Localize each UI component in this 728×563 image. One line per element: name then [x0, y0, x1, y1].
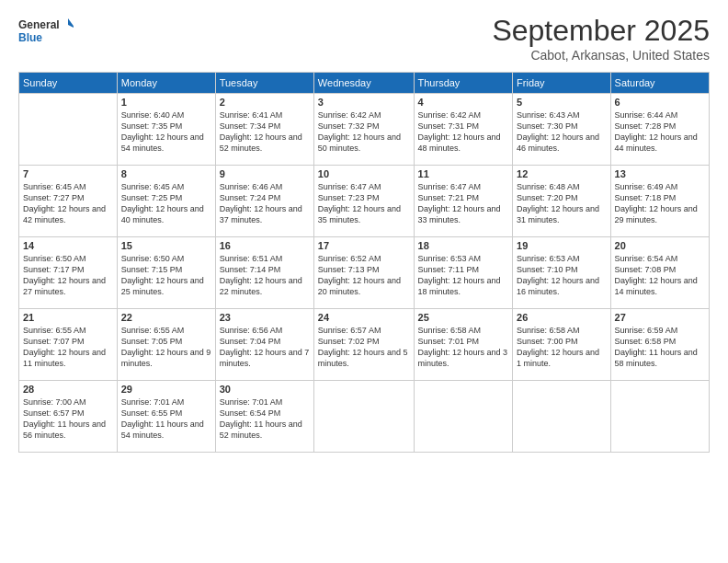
calendar-cell	[414, 381, 513, 453]
cell-content: Sunrise: 6:42 AMSunset: 7:32 PMDaylight:…	[318, 110, 401, 153]
cell-content: Sunrise: 7:00 AMSunset: 6:57 PMDaylight:…	[23, 397, 106, 440]
cell-content: Sunrise: 6:56 AMSunset: 7:04 PMDaylight:…	[220, 326, 310, 368]
cell-content: Sunrise: 6:57 AMSunset: 7:02 PMDaylight:…	[318, 326, 408, 368]
day-number: 2	[220, 97, 310, 108]
calendar-cell: 24 Sunrise: 6:57 AMSunset: 7:02 PMDaylig…	[313, 309, 414, 381]
calendar-cell: 10 Sunrise: 6:47 AMSunset: 7:23 PMDaylig…	[313, 166, 414, 237]
day-number: 14	[23, 240, 113, 251]
cell-content: Sunrise: 6:42 AMSunset: 7:31 PMDaylight:…	[418, 110, 501, 153]
cell-content: Sunrise: 6:53 AMSunset: 7:10 PMDaylight:…	[517, 254, 599, 296]
day-number: 11	[418, 168, 509, 179]
logo: General Blue	[18, 14, 74, 51]
day-number: 19	[517, 240, 607, 251]
col-monday: Monday	[117, 73, 215, 94]
svg-text:General: General	[18, 18, 60, 31]
day-number: 13	[615, 168, 705, 179]
cell-content: Sunrise: 6:47 AMSunset: 7:21 PMDaylight:…	[418, 182, 501, 224]
calendar-cell: 1 Sunrise: 6:40 AMSunset: 7:35 PMDayligh…	[117, 94, 215, 166]
day-number: 25	[418, 312, 509, 323]
calendar-cell: 30 Sunrise: 7:01 AMSunset: 6:54 PMDaylig…	[215, 381, 313, 453]
calendar-cell: 21 Sunrise: 6:55 AMSunset: 7:07 PMDaylig…	[19, 309, 118, 381]
title-block: September 2025 Cabot, Arkansas, United S…	[492, 14, 710, 63]
col-sunday: Sunday	[19, 73, 118, 94]
location-subtitle: Cabot, Arkansas, United States	[492, 48, 710, 63]
calendar-week-row: 1 Sunrise: 6:40 AMSunset: 7:35 PMDayligh…	[19, 94, 710, 166]
calendar-cell: 7 Sunrise: 6:45 AMSunset: 7:27 PMDayligh…	[19, 166, 118, 237]
day-number: 16	[220, 240, 310, 251]
cell-content: Sunrise: 6:47 AMSunset: 7:23 PMDaylight:…	[318, 182, 401, 224]
cell-content: Sunrise: 6:44 AMSunset: 7:28 PMDaylight:…	[615, 110, 698, 153]
calendar-cell: 14 Sunrise: 6:50 AMSunset: 7:17 PMDaylig…	[19, 237, 118, 309]
calendar-cell	[513, 381, 611, 453]
col-thursday: Thursday	[414, 73, 513, 94]
calendar-cell: 25 Sunrise: 6:58 AMSunset: 7:01 PMDaylig…	[414, 309, 513, 381]
calendar-cell: 22 Sunrise: 6:55 AMSunset: 7:05 PMDaylig…	[117, 309, 215, 381]
day-number: 24	[318, 312, 410, 323]
calendar-cell: 18 Sunrise: 6:53 AMSunset: 7:11 PMDaylig…	[414, 237, 513, 309]
calendar-cell: 11 Sunrise: 6:47 AMSunset: 7:21 PMDaylig…	[414, 166, 513, 237]
calendar-cell: 16 Sunrise: 6:51 AMSunset: 7:14 PMDaylig…	[215, 237, 313, 309]
svg-marker-2	[68, 18, 74, 29]
calendar-cell	[610, 381, 709, 453]
cell-content: Sunrise: 6:55 AMSunset: 7:05 PMDaylight:…	[121, 326, 211, 368]
day-number: 3	[318, 97, 410, 108]
page: General Blue September 2025 Cabot, Arkan…	[0, 0, 728, 563]
day-number: 4	[418, 97, 509, 108]
day-number: 22	[121, 312, 211, 323]
calendar-header-row: Sunday Monday Tuesday Wednesday Thursday…	[19, 73, 710, 94]
col-saturday: Saturday	[610, 73, 709, 94]
calendar-cell: 8 Sunrise: 6:45 AMSunset: 7:25 PMDayligh…	[117, 166, 215, 237]
calendar-week-row: 28 Sunrise: 7:00 AMSunset: 6:57 PMDaylig…	[19, 381, 710, 453]
day-number: 28	[23, 384, 113, 395]
calendar-cell: 3 Sunrise: 6:42 AMSunset: 7:32 PMDayligh…	[313, 94, 414, 166]
calendar-cell: 5 Sunrise: 6:43 AMSunset: 7:30 PMDayligh…	[513, 94, 611, 166]
day-number: 10	[318, 168, 410, 179]
day-number: 1	[121, 97, 211, 108]
day-number: 21	[23, 312, 113, 323]
calendar-cell: 19 Sunrise: 6:53 AMSunset: 7:10 PMDaylig…	[513, 237, 611, 309]
calendar-cell: 4 Sunrise: 6:42 AMSunset: 7:31 PMDayligh…	[414, 94, 513, 166]
cell-content: Sunrise: 6:43 AMSunset: 7:30 PMDaylight:…	[517, 110, 599, 153]
day-number: 17	[318, 240, 410, 251]
calendar-week-row: 14 Sunrise: 6:50 AMSunset: 7:17 PMDaylig…	[19, 237, 710, 309]
svg-text:Blue: Blue	[18, 31, 42, 44]
month-title: September 2025	[492, 14, 710, 48]
day-number: 6	[615, 97, 705, 108]
day-number: 15	[121, 240, 211, 251]
cell-content: Sunrise: 6:58 AMSunset: 7:00 PMDaylight:…	[517, 326, 599, 368]
day-number: 18	[418, 240, 509, 251]
calendar-table: Sunday Monday Tuesday Wednesday Thursday…	[18, 72, 710, 453]
cell-content: Sunrise: 6:46 AMSunset: 7:24 PMDaylight:…	[220, 182, 302, 224]
cell-content: Sunrise: 6:41 AMSunset: 7:34 PMDaylight:…	[220, 110, 302, 153]
day-number: 5	[517, 97, 607, 108]
calendar-body: 1 Sunrise: 6:40 AMSunset: 7:35 PMDayligh…	[19, 94, 710, 453]
day-number: 23	[220, 312, 310, 323]
cell-content: Sunrise: 6:53 AMSunset: 7:11 PMDaylight:…	[418, 254, 501, 296]
cell-content: Sunrise: 6:51 AMSunset: 7:14 PMDaylight:…	[220, 254, 302, 296]
cell-content: Sunrise: 6:48 AMSunset: 7:20 PMDaylight:…	[517, 182, 599, 224]
calendar-week-row: 21 Sunrise: 6:55 AMSunset: 7:07 PMDaylig…	[19, 309, 710, 381]
cell-content: Sunrise: 7:01 AMSunset: 6:54 PMDaylight:…	[220, 397, 302, 440]
cell-content: Sunrise: 6:59 AMSunset: 6:58 PMDaylight:…	[615, 326, 698, 368]
calendar-cell: 29 Sunrise: 7:01 AMSunset: 6:55 PMDaylig…	[117, 381, 215, 453]
col-tuesday: Tuesday	[215, 73, 313, 94]
header: General Blue September 2025 Cabot, Arkan…	[18, 14, 710, 63]
calendar-cell	[19, 94, 118, 166]
calendar-week-row: 7 Sunrise: 6:45 AMSunset: 7:27 PMDayligh…	[19, 166, 710, 237]
day-number: 30	[220, 384, 310, 395]
col-friday: Friday	[513, 73, 611, 94]
calendar-cell: 6 Sunrise: 6:44 AMSunset: 7:28 PMDayligh…	[610, 94, 709, 166]
calendar-cell	[313, 381, 414, 453]
cell-content: Sunrise: 6:50 AMSunset: 7:15 PMDaylight:…	[121, 254, 204, 296]
cell-content: Sunrise: 7:01 AMSunset: 6:55 PMDaylight:…	[121, 397, 204, 440]
cell-content: Sunrise: 6:52 AMSunset: 7:13 PMDaylight:…	[318, 254, 401, 296]
calendar-cell: 17 Sunrise: 6:52 AMSunset: 7:13 PMDaylig…	[313, 237, 414, 309]
day-number: 7	[23, 168, 113, 179]
calendar-cell: 12 Sunrise: 6:48 AMSunset: 7:20 PMDaylig…	[513, 166, 611, 237]
cell-content: Sunrise: 6:40 AMSunset: 7:35 PMDaylight:…	[121, 110, 204, 153]
cell-content: Sunrise: 6:54 AMSunset: 7:08 PMDaylight:…	[615, 254, 698, 296]
day-number: 9	[220, 168, 310, 179]
calendar-cell: 23 Sunrise: 6:56 AMSunset: 7:04 PMDaylig…	[215, 309, 313, 381]
calendar-cell: 28 Sunrise: 7:00 AMSunset: 6:57 PMDaylig…	[19, 381, 118, 453]
day-number: 29	[121, 384, 211, 395]
